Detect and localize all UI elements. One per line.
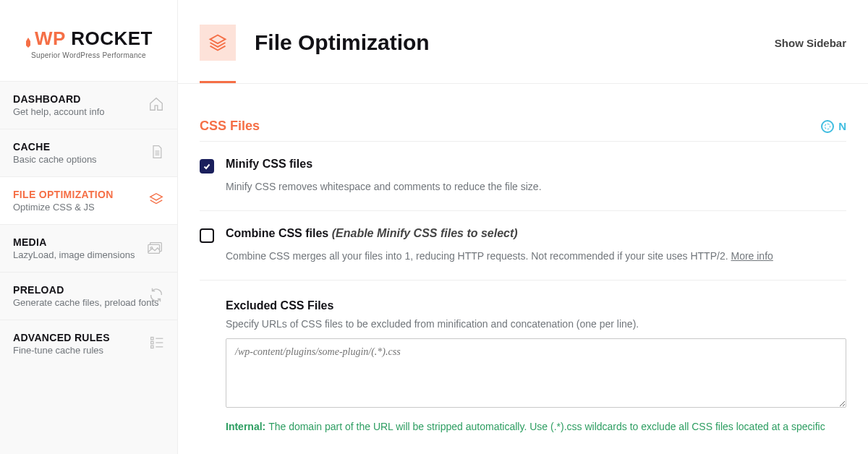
internal-label: Internal: — [226, 421, 268, 432]
nav-sub: Fine-tune cache rules — [13, 345, 164, 356]
help-letter: N — [838, 120, 846, 132]
logo-tagline: Superior WordPress Performance — [14, 51, 163, 59]
section-title: CSS Files — [200, 119, 260, 134]
svg-rect-1 — [148, 244, 160, 253]
nav-sub: Optimize CSS & JS — [13, 202, 164, 213]
page-title: File Optimization — [255, 30, 430, 55]
logo: WP ROCKET Superior WordPress Performance — [0, 0, 177, 81]
section-header: CSS Files N — [200, 84, 846, 141]
svg-rect-5 — [151, 346, 153, 348]
combine-css-checkbox[interactable] — [200, 228, 214, 243]
setting-minify-css: Minify CSS files Minify CSS removes whit… — [200, 142, 846, 211]
nav-title: ADVANCED RULES — [13, 332, 164, 343]
images-icon — [147, 240, 164, 257]
check-icon — [203, 162, 211, 171]
excluded-title: Excluded CSS Files — [226, 299, 846, 312]
home-icon — [148, 96, 164, 115]
nav-media[interactable]: MEDIA LazyLoad, image dimensions — [0, 224, 177, 272]
sync-icon — [148, 287, 164, 306]
layers-icon — [208, 33, 228, 53]
setting-combine-css: Combine CSS files (Enable Minify CSS fil… — [200, 211, 846, 280]
sidebar: WP ROCKET Superior WordPress Performance… — [0, 0, 178, 454]
more-info-link[interactable]: More info — [731, 250, 773, 262]
show-sidebar-button[interactable]: Show Sidebar — [775, 37, 846, 49]
excluded-description: Specify URLs of CSS files to be excluded… — [226, 318, 846, 330]
setting-description: Combine CSS merges all your files into 1… — [226, 249, 846, 264]
layers-icon — [148, 192, 164, 210]
page-header: File Optimization Show Sidebar — [178, 0, 868, 61]
setting-title: Minify CSS files — [226, 158, 312, 171]
nav-dashboard[interactable]: DASHBOARD Get help, account info — [0, 81, 177, 129]
list-check-icon — [150, 335, 164, 353]
excluded-css-textarea[interactable] — [226, 338, 846, 408]
main-panel: File Optimization Show Sidebar CSS Files… — [178, 0, 868, 454]
nav-title: PRELOAD — [13, 284, 164, 296]
nav-cache[interactable]: CACHE Basic cache options — [0, 129, 177, 176]
help-link[interactable]: N — [821, 120, 846, 133]
internal-note: Internal: The domain part of the URL wil… — [226, 421, 846, 432]
internal-text: The domain part of the URL will be strip… — [268, 421, 825, 432]
nav-title: CACHE — [13, 141, 164, 153]
nav-preload[interactable]: PRELOAD Generate cache files, preload fo… — [0, 272, 177, 320]
setting-description: Minify CSS removes whitespace and commen… — [226, 179, 846, 194]
nav-file-optimization[interactable]: FILE OPTIMIZATION Optimize CSS & JS — [0, 176, 177, 224]
setting-title: Combine CSS files (Enable Minify CSS fil… — [226, 227, 518, 240]
nav-sub: LazyLoad, image dimensions — [13, 249, 164, 260]
nav-title: FILE OPTIMIZATION — [13, 189, 164, 200]
minify-css-checkbox[interactable] — [200, 159, 214, 174]
help-ring-icon — [821, 120, 834, 133]
page-icon — [200, 25, 236, 61]
nav-title: DASHBOARD — [13, 93, 164, 105]
setting-hint: (Enable Minify CSS files to select) — [332, 227, 518, 239]
nav-sub: Basic cache options — [13, 154, 164, 165]
logo-text: WP ROCKET — [14, 27, 163, 50]
svg-rect-4 — [151, 341, 153, 343]
nav-sub: Generate cache files, preload fonts — [13, 297, 164, 308]
setting-excluded-css: Excluded CSS Files Specify URLs of CSS f… — [200, 299, 846, 432]
rocket-icon — [25, 38, 32, 48]
document-icon — [150, 144, 164, 163]
nav-title: MEDIA — [13, 236, 164, 248]
svg-rect-3 — [151, 337, 153, 339]
nav-sub: Get help, account info — [13, 106, 164, 117]
nav-advanced-rules[interactable]: ADVANCED RULES Fine-tune cache rules — [0, 320, 177, 367]
